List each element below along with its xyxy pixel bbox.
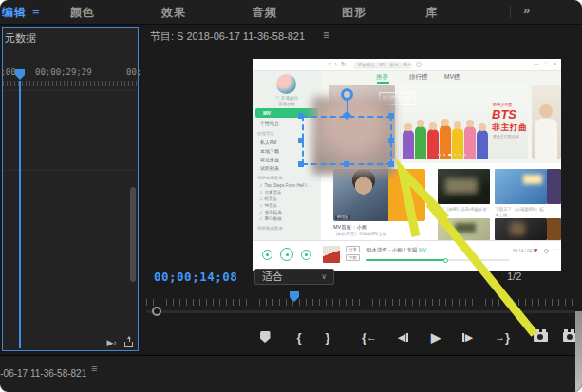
site-sidebar-item: 本地下载	[260, 148, 279, 154]
site-browser-bar: ‹›↻ 搜索音乐、MV、歌单、用户 — □ ✕	[253, 59, 561, 71]
sequence-name: 2018-06-17 11-36-58-821	[0, 368, 86, 377]
note-icon: ♫	[259, 210, 262, 215]
workspace-tab-graphics[interactable]: 图形	[342, 5, 366, 21]
monitor-time-ruler[interactable]	[146, 299, 577, 306]
banner-subtitle: 非主打曲	[492, 122, 528, 134]
site-tab-recommend: 推荐	[376, 73, 388, 82]
play-track-icon	[280, 248, 293, 261]
heart-icon: ♥	[534, 247, 537, 253]
selection-handle-top-left[interactable]	[298, 113, 304, 119]
featured-badge: MV首发	[335, 215, 350, 219]
goto-in-button[interactable]: {←	[358, 325, 381, 349]
site-tab-underline	[377, 82, 389, 84]
workspace-tab-color[interactable]: 颜色	[70, 5, 95, 21]
chevron-down-icon: ∨	[321, 272, 327, 281]
play-button[interactable]: ▶	[424, 325, 447, 349]
site-sidebar-section: 我的创建歌单	[257, 176, 283, 180]
site-sidebar-item: 最近播放	[260, 157, 279, 162]
metadata-panel-tab[interactable]: 元数据	[5, 31, 36, 46]
featured-orange-panel	[388, 169, 425, 221]
step-back-button[interactable]: ◀	[392, 325, 415, 349]
play-audio-icon[interactable]: ▶♪	[107, 338, 116, 347]
rotation-handle[interactable]	[341, 88, 353, 101]
note-icon: ♫	[259, 196, 262, 201]
transform-selection-box[interactable]	[302, 116, 392, 165]
selection-handle-mid-right[interactable]	[388, 138, 394, 143]
ruler-tick-label: 00;	[126, 67, 141, 77]
site-playlist-item: ♫纯音乐	[259, 203, 318, 208]
export-frame-button[interactable]	[529, 325, 552, 349]
site-playlist-item: ♫轻音乐	[259, 196, 318, 201]
banner-caption: 最新主打歌合辑	[493, 134, 519, 139]
site-avatar-icon	[416, 62, 422, 67]
camera-icon	[534, 332, 548, 342]
zoom-level-value: 适合	[262, 270, 283, 284]
site-user-avatar	[276, 74, 296, 94]
workspace-tab-audio[interactable]: 音频	[253, 5, 277, 21]
time-ruler[interactable]	[3, 81, 138, 86]
site-window-icons: — □ ✕	[534, 61, 559, 66]
panel-footer: ▶♪	[107, 337, 133, 347]
site-playlist-item: ♫爱心收藏	[259, 216, 318, 221]
mark-out-button[interactable]: }	[316, 325, 339, 349]
download-tag: 下载	[346, 254, 360, 261]
selection-handle-bottom-left[interactable]	[298, 161, 304, 167]
workspace-tab-libraries[interactable]: 库	[425, 5, 438, 21]
song-title: 似水流年 - 小刚 / 专辑 MV	[366, 247, 426, 253]
workspace-overflow-icon[interactable]: »	[523, 3, 530, 17]
mv-thumbnail	[495, 169, 547, 204]
playback-resolution[interactable]: 1/2	[507, 271, 521, 282]
site-sidebar-item: 个性电台	[260, 121, 279, 126]
step-forward-button[interactable]: ▶	[456, 325, 479, 349]
album-art	[323, 246, 340, 263]
zoom-level-dropdown[interactable]: 适合 ∨	[254, 269, 334, 285]
add-marker-button[interactable]	[253, 325, 276, 349]
mark-in-button[interactable]: {	[288, 325, 310, 349]
site-playlist-item: ♫摇滚精选	[259, 210, 318, 215]
goto-out-button[interactable]: →}	[491, 325, 514, 349]
mv-thumbnail-caption: MV《倔强》乐队现场版首播	[438, 207, 490, 218]
selection-handle-mid-left[interactable]	[298, 138, 304, 143]
sequence-tab[interactable]: 2018-06-17 11-36-58-821	[0, 364, 87, 377]
carousel-dots	[438, 154, 466, 157]
marker-icon	[260, 331, 271, 343]
workspace-tab-effects[interactable]: 效果	[161, 5, 186, 21]
site-tab-mv: MV榜	[444, 73, 460, 82]
premiere-window: 编辑 ≡ 颜色 效果 音频 图形 库 » 元数据 0;00 00;00;29;2…	[0, 0, 582, 392]
banner-figure	[403, 130, 414, 159]
site-sidebar-section: 在线音乐	[257, 131, 274, 136]
playhead-marker[interactable]	[15, 69, 25, 80]
site-playlist-item: ♫Two Steps From Hell I…	[259, 183, 318, 188]
workspace-menu-icon[interactable]: ≡	[32, 4, 40, 18]
panel-menu-icon[interactable]: ≡	[323, 28, 329, 42]
user-icon	[544, 249, 549, 253]
site-sidebar-item: 私人FM	[260, 140, 276, 145]
site-banner-card-right	[532, 85, 561, 159]
metadata-panel: 元数据 0;00 00;00;29;29 00; ▶♪	[2, 27, 139, 351]
selection-handle-bottom-right[interactable]	[388, 161, 394, 167]
workspace-tab-edit[interactable]: 编辑	[2, 5, 27, 21]
workspace-separator	[510, 6, 511, 18]
playhead-line	[19, 81, 21, 348]
program-monitor-panel: 节目: S 2018-06-17 11-36-58-821 ≡ ‹›↻ 搜索音乐…	[141, 25, 582, 355]
selection-handle-top-right[interactable]	[388, 113, 394, 119]
next-track-icon	[301, 250, 311, 260]
site-sidebar-section: 我的收藏歌单	[257, 226, 283, 231]
frame-bar-icon	[462, 333, 464, 342]
banner-figure	[415, 126, 426, 159]
mv-thumbnail	[495, 218, 547, 240]
monitor-scrollbar-track[interactable]	[146, 310, 575, 313]
track-divider	[3, 170, 138, 171]
monitor-scrollbar-handle[interactable]	[152, 307, 161, 316]
rotation-handle-line	[347, 100, 348, 117]
program-timecode[interactable]: 00;00;14;08	[154, 270, 237, 284]
selection-handle-bottom-center[interactable]	[344, 161, 349, 167]
panel-scrollbar[interactable]	[130, 187, 136, 282]
site-nav-arrows: ‹›↻	[329, 61, 350, 68]
panel-menu-icon[interactable]: ≡	[91, 363, 97, 374]
export-icon[interactable]	[124, 342, 133, 347]
mv-thumbnail	[438, 169, 490, 204]
note-icon: ♫	[259, 216, 262, 221]
featured-photo	[333, 169, 388, 221]
window-edge	[575, 311, 582, 392]
